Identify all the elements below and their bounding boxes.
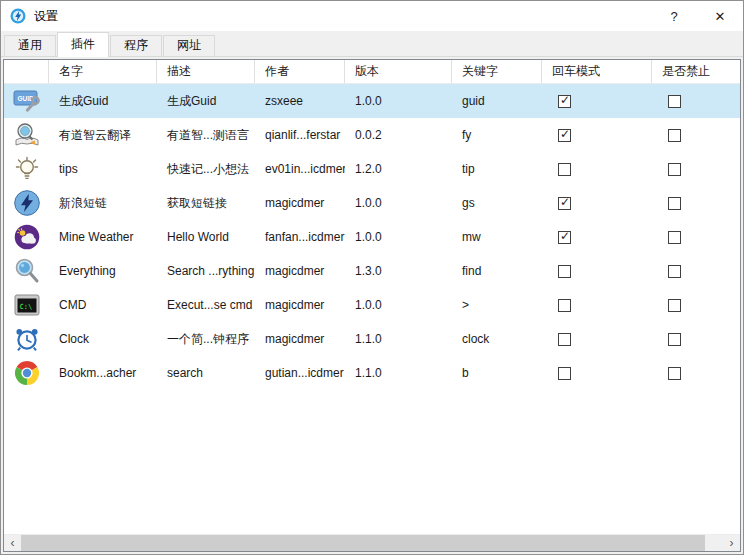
column-author[interactable]: 作者 (255, 60, 345, 83)
enter-mode-cell (542, 128, 652, 142)
table-row[interactable]: C:\ CMD Execut...se cmd magicdmer 1.0.0 … (4, 288, 740, 322)
plugin-keyword: mw (452, 230, 542, 244)
table-row[interactable]: tips 快速记...小想法 ev01in...icdmer 1.2.0 tip (4, 152, 740, 186)
plugin-name: Clock (49, 332, 157, 346)
table-row[interactable]: Bookm...acher search gutian...icdmer 1.1… (4, 356, 740, 390)
plugin-icon-cell (4, 189, 49, 217)
table-row[interactable]: Everything Search ...rything magicdmer 1… (4, 254, 740, 288)
plugin-version: 1.2.0 (345, 162, 452, 176)
plugin-keyword: fy (452, 128, 542, 142)
cmd-terminal-icon: C:\ (13, 291, 41, 319)
close-button[interactable]: ✕ (697, 1, 743, 31)
column-name[interactable]: 名字 (49, 60, 157, 83)
scrollbar-track[interactable] (705, 535, 723, 551)
table-row[interactable]: 新浪短链 获取短链接 magicdmer 1.0.0 gs (4, 186, 740, 220)
plugin-name: 新浪短链 (49, 195, 157, 212)
disabled-checkbox[interactable] (668, 95, 681, 108)
plugin-name: 有道智云翻译 (49, 127, 157, 144)
plugin-description: 获取短链接 (157, 195, 255, 212)
tab-programs[interactable]: 程序 (110, 35, 162, 56)
enter-mode-cell (542, 94, 652, 108)
enter-mode-cell (542, 332, 652, 346)
disabled-checkbox[interactable] (668, 299, 681, 312)
settings-window: 设置 ? ✕ 通用 插件 程序 网址 名字 描述 作者 版本 关键字 回车模式 … (0, 0, 744, 555)
table-row[interactable]: 有道智云翻译 有道智...测语言 qianlif...ferstar 0.0.2… (4, 118, 740, 152)
enter-mode-checkbox[interactable] (558, 129, 571, 142)
plugin-author: magicdmer (255, 264, 345, 278)
enter-mode-checkbox[interactable] (558, 95, 571, 108)
plugin-icon-cell (4, 223, 49, 251)
table-header: 名字 描述 作者 版本 关键字 回车模式 是否禁止 (4, 60, 740, 84)
tab-urls[interactable]: 网址 (163, 35, 215, 56)
column-icon[interactable] (4, 60, 49, 83)
disabled-cell (652, 264, 740, 278)
plugin-version: 1.1.0 (345, 366, 452, 380)
plugin-name: Everything (49, 264, 157, 278)
youdao-translate-icon (13, 121, 41, 149)
plugin-icon-cell (4, 325, 49, 353)
scrollbar-thumb[interactable] (21, 535, 705, 551)
column-enter-mode[interactable]: 回车模式 (542, 60, 652, 83)
enter-mode-cell (542, 230, 652, 244)
table-row[interactable]: Mine Weather Hello World fanfan...icdmer… (4, 220, 740, 254)
plugin-keyword: guid (452, 94, 542, 108)
plugin-version: 0.0.2 (345, 128, 452, 142)
plugin-description: 有道智...测语言 (157, 127, 255, 144)
help-button[interactable]: ? (651, 1, 697, 31)
disabled-cell (652, 366, 740, 380)
plugin-author: gutian...icdmer (255, 366, 345, 380)
disabled-cell (652, 230, 740, 244)
scroll-right-button[interactable]: › (723, 535, 740, 551)
disabled-checkbox[interactable] (668, 129, 681, 142)
enter-mode-checkbox[interactable] (558, 197, 571, 210)
disabled-checkbox[interactable] (668, 197, 681, 210)
tips-bulb-icon (13, 155, 41, 183)
enter-mode-cell (542, 264, 652, 278)
everything-search-icon (13, 257, 41, 285)
column-description[interactable]: 描述 (157, 60, 255, 83)
disabled-checkbox[interactable] (668, 367, 681, 380)
disabled-cell (652, 298, 740, 312)
table-body: GUID 生成Guid 生成Guid zsxeee 1.0.0 guid (4, 84, 740, 534)
disabled-checkbox[interactable] (668, 333, 681, 346)
enter-mode-checkbox[interactable] (558, 265, 571, 278)
enter-mode-checkbox[interactable] (558, 299, 571, 312)
app-lightning-icon (10, 8, 26, 24)
enter-mode-checkbox[interactable] (558, 163, 571, 176)
plugin-name: 生成Guid (49, 93, 157, 110)
svg-text:C:\: C:\ (20, 303, 33, 311)
plugin-version: 1.0.0 (345, 230, 452, 244)
column-keyword[interactable]: 关键字 (452, 60, 542, 83)
enter-mode-checkbox[interactable] (558, 231, 571, 244)
plugin-table: 名字 描述 作者 版本 关键字 回车模式 是否禁止 GUID 生成Guid (3, 59, 741, 552)
enter-mode-checkbox[interactable] (558, 333, 571, 346)
chrome-icon (13, 359, 41, 387)
enter-mode-checkbox[interactable] (558, 367, 571, 380)
table-row[interactable]: Clock 一个简...钟程序 magicdmer 1.1.0 clock (4, 322, 740, 356)
disabled-checkbox[interactable] (668, 163, 681, 176)
alarm-clock-icon (13, 325, 41, 353)
plugin-name: Mine Weather (49, 230, 157, 244)
tab-general[interactable]: 通用 (4, 35, 56, 56)
horizontal-scrollbar[interactable]: ‹ › (4, 534, 740, 551)
plugin-version: 1.3.0 (345, 264, 452, 278)
tab-plugins[interactable]: 插件 (57, 32, 109, 57)
tab-bar: 通用 插件 程序 网址 (1, 31, 743, 57)
disabled-checkbox[interactable] (668, 231, 681, 244)
plugin-author: zsxeee (255, 94, 345, 108)
disabled-checkbox[interactable] (668, 265, 681, 278)
column-disabled[interactable]: 是否禁止 (652, 60, 740, 83)
scroll-left-icon: ‹ (11, 537, 15, 549)
table-row[interactable]: GUID 生成Guid 生成Guid zsxeee 1.0.0 guid (4, 84, 740, 118)
plugin-version: 1.0.0 (345, 94, 452, 108)
plugin-keyword: gs (452, 196, 542, 210)
disabled-cell (652, 128, 740, 142)
plugin-keyword: > (452, 298, 542, 312)
guid-plugin-icon: GUID (13, 87, 41, 115)
column-version[interactable]: 版本 (345, 60, 452, 83)
titlebar[interactable]: 设置 ? ✕ (1, 1, 743, 31)
scroll-left-button[interactable]: ‹ (4, 535, 21, 551)
plugin-icon-cell: C:\ (4, 291, 49, 319)
close-icon: ✕ (715, 9, 726, 24)
help-icon: ? (670, 9, 677, 24)
